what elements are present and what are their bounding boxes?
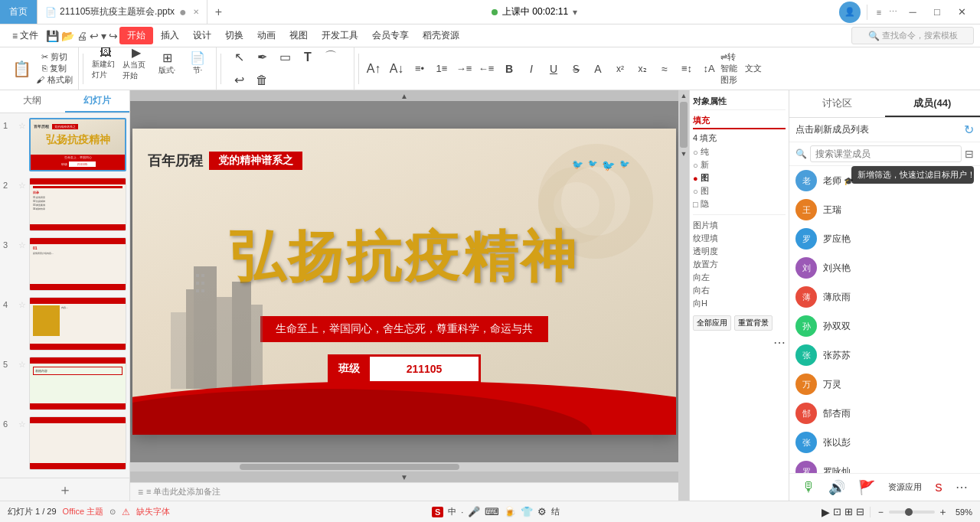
slide-thumbnail[interactable]: 表格内容 — [29, 357, 126, 410]
slide-star-icon[interactable]: ☆ — [18, 237, 26, 250]
list-item[interactable]: 6 ☆ — [3, 416, 126, 470]
slide-star-icon[interactable]: ☆ — [18, 416, 26, 429]
align-right-label[interactable]: 向右 — [693, 285, 786, 296]
scroll-down-button[interactable]: ▼ — [130, 471, 678, 482]
list-item[interactable]: 王 王瑞 — [789, 195, 980, 224]
vertical-scrollbar[interactable]: ▲ ▼ — [678, 90, 689, 501]
underline-button[interactable]: U — [543, 58, 564, 80]
strikethrough-button[interactable]: S̶ — [565, 58, 586, 80]
close-button[interactable]: ✕ — [951, 4, 972, 21]
paste-button[interactable]: 📋 — [9, 57, 34, 81]
indent-button[interactable]: →≡ — [453, 58, 475, 80]
slide-subtitle[interactable]: 生命至上，举国同心，舍生忘死，尊重科学，命运与共 — [260, 316, 548, 342]
list-item[interactable]: 张 张苏苏 — [789, 341, 980, 370]
undo-icon[interactable]: ↩ — [90, 30, 99, 42]
slide-star-icon[interactable]: ☆ — [18, 297, 26, 310]
microphone-button[interactable]: 🎙 — [802, 479, 815, 495]
more-icon[interactable]: ⋯ — [773, 335, 786, 350]
view-normal-icon[interactable]: ⊡ — [833, 506, 841, 517]
text-tool-button[interactable]: T — [297, 47, 318, 68]
list-item[interactable]: 1 ☆ 百年历程 党的精神谱系之 弘扬抗疫精神 生命至上，举国同心 班级 211… — [3, 118, 126, 171]
subscript-button[interactable]: x₂ — [632, 58, 653, 80]
scroll-up-arrow-icon[interactable]: ▲ — [681, 92, 688, 100]
menu-animation[interactable]: 动画 — [251, 27, 282, 44]
pen-tool-button[interactable]: ✒ — [251, 47, 273, 68]
slide-thumbnail[interactable]: 内容... — [29, 297, 126, 351]
list-item[interactable]: 罗 罗咏灿 — [789, 457, 980, 473]
avatar[interactable]: 👤 — [839, 2, 861, 23]
list-item[interactable]: 刘 刘兴艳 — [789, 253, 980, 282]
period-mode-icon[interactable]: · — [461, 507, 463, 517]
menu-view[interactable]: 视图 — [283, 27, 314, 44]
fill-option-gradient[interactable]: ○新 — [693, 159, 786, 171]
bullet-list-button[interactable]: ≡• — [409, 58, 430, 80]
fill-option-image[interactable]: ●图 — [693, 172, 786, 184]
fill-option-solid[interactable]: ○纯 — [693, 146, 786, 158]
list-item[interactable]: 4 ☆ 内容... — [3, 297, 126, 351]
menu-insert[interactable]: 插入 — [155, 27, 185, 44]
minimize-button[interactable]: ─ — [902, 4, 923, 21]
more-options-icon[interactable]: ⋯ — [889, 7, 897, 17]
flag-button[interactable]: 🚩 — [858, 479, 875, 496]
scroll-up-button[interactable]: ▲ — [130, 90, 678, 101]
tab-slides[interactable]: 幻灯片 — [65, 90, 130, 113]
slide-thumbnail[interactable]: 百年历程 党的精神谱系之 弘扬抗疫精神 生命至上，举国同心 班级 211105 — [29, 118, 126, 171]
list-item[interactable]: 郜 郜杏雨 — [789, 399, 980, 428]
slide-star-icon[interactable]: ☆ — [18, 357, 26, 370]
end-label[interactable]: 结 — [551, 506, 560, 517]
sidebar-toggle-icon[interactable]: ≡ — [874, 7, 884, 18]
zoom-increase-button[interactable]: ＋ — [938, 505, 948, 519]
tab-home[interactable]: 首页 — [0, 0, 38, 24]
align-h-label[interactable]: 向H — [693, 298, 786, 309]
align-left-label[interactable]: 向左 — [693, 272, 786, 283]
maximize-button[interactable]: □ — [926, 4, 948, 21]
shirt-icon[interactable]: 👕 — [521, 506, 533, 517]
slide-thumbnail[interactable]: 目录 01 疫情背景 02 抗疫精神 03 典型案例 04 精神传承 — [29, 178, 126, 231]
tab-add-button[interactable]: + — [207, 0, 230, 24]
slide-canvas-container[interactable]: 百年历程 党的精神谱系之 🐦 🐦 🐦 🐦 弘扬抗疫精神 — [130, 101, 678, 462]
list-item[interactable]: 5 ☆ 表格内容 — [3, 357, 126, 410]
start-button[interactable]: 开始 — [119, 27, 153, 44]
present-button[interactable]: ▶ — [822, 506, 830, 518]
numbered-list-button[interactable]: 1≡ — [431, 58, 452, 80]
connector-tool-button[interactable]: ⌒ — [320, 47, 341, 68]
smart-art-button[interactable]: ⇌转智能图形 — [720, 58, 742, 80]
more-text-button[interactable]: ≈ — [654, 58, 675, 80]
resources-button[interactable]: 资源应用 — [888, 481, 922, 493]
add-slide-button[interactable]: ＋ — [0, 478, 129, 501]
fill-option-none[interactable]: □隐 — [693, 198, 786, 210]
refresh-icon[interactable]: ↻ — [964, 122, 974, 137]
scroll-down-arrow-icon[interactable]: ▼ — [681, 150, 688, 158]
tab-doc[interactable]: 📄 211105班抗疫主题班会.pptx ● ✕ — [38, 0, 207, 24]
chevron-down-icon[interactable]: ▾ — [573, 7, 577, 18]
menu-shell[interactable]: 稻壳资源 — [416, 27, 466, 44]
font-size-increase-button[interactable]: A↑ — [363, 58, 384, 80]
apply-all-button[interactable]: 全部应用 — [693, 315, 731, 331]
menu-vip[interactable]: 会员专享 — [366, 27, 415, 44]
view-sorter-icon[interactable]: ⊟ — [856, 506, 864, 517]
list-item[interactable]: 2 ☆ 目录 01 疫情背景 02 抗疫精神 03 典型案例 04 精神传承 — [3, 178, 126, 231]
note-bar[interactable]: ≡ ≡ 单击此处添加备注 — [130, 482, 678, 501]
horizontal-scrollbar[interactable] — [130, 462, 678, 471]
list-item[interactable]: 张 张以彭 — [789, 428, 980, 457]
list-item[interactable]: 罗 罗应艳 — [789, 224, 980, 253]
font-color-button[interactable]: A — [587, 58, 609, 80]
italic-button[interactable]: I — [521, 58, 542, 80]
keyboard-icon[interactable]: ⌨ — [485, 506, 499, 517]
tab-members[interactable]: 成员(44) — [885, 90, 981, 117]
slide-canvas[interactable]: 百年历程 党的精神谱系之 🐦 🐦 🐦 🐦 弘扬抗疫精神 — [132, 129, 676, 435]
list-item[interactable]: 3 ☆ 01 疫情背景介绍内容... — [3, 237, 126, 291]
h-scrollbar-thumb[interactable] — [240, 464, 459, 470]
bold-button[interactable]: B — [498, 58, 520, 80]
zoom-decrease-button[interactable]: － — [876, 505, 886, 519]
save-icon[interactable]: 💾 — [46, 30, 59, 42]
ime-icon[interactable]: 中 — [448, 506, 456, 517]
menu-file[interactable]: ≡ 文件 — [6, 27, 44, 44]
toolbar2-icon[interactable]: 🍺 — [504, 506, 516, 517]
open-icon[interactable]: 📂 — [61, 30, 74, 42]
list-item[interactable]: 孙 孙双双 — [789, 312, 980, 341]
redo-icon[interactable]: ↪ — [109, 30, 118, 42]
new-slide-button[interactable]: 🖼 新建幻灯片 — [92, 49, 119, 77]
list-item[interactable]: 万 万灵 — [789, 370, 980, 399]
tab-outline[interactable]: 大纲 — [0, 90, 65, 113]
